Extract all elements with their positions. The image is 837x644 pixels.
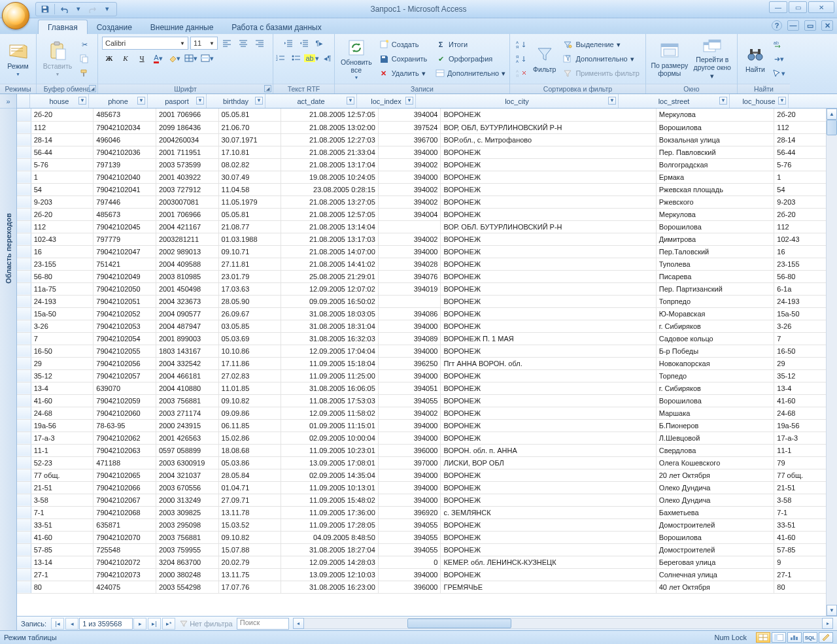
cell[interactable]: Меркулова bbox=[656, 208, 774, 220]
cell[interactable]: 09.09.2005 16:50:02 bbox=[281, 295, 379, 307]
cell[interactable]: 11.01.85 bbox=[218, 382, 281, 394]
cell[interactable]: Пер.Таловский bbox=[656, 245, 774, 258]
tab-external-data[interactable]: Внешние данные bbox=[141, 20, 223, 34]
cell[interactable]: 79042102063 bbox=[94, 444, 156, 456]
cell[interactable]: ВОРОНЕЖ bbox=[441, 394, 656, 407]
cell[interactable]: ЛИСКИ, ВОР ОБЛ bbox=[441, 456, 656, 469]
cell[interactable]: 27.09.71 bbox=[218, 494, 281, 506]
cell[interactable]: Ворошилова bbox=[656, 220, 774, 233]
cell[interactable]: 9-203 bbox=[31, 195, 94, 208]
cell[interactable]: 02.09.2005 14:35:04 bbox=[281, 469, 379, 481]
row-selector[interactable] bbox=[17, 208, 31, 220]
goto-icon[interactable]: ➜▾ bbox=[772, 52, 786, 65]
column-dropdown-icon[interactable]: ▼ bbox=[719, 97, 727, 105]
cell[interactable]: Б-р Победы bbox=[656, 345, 774, 357]
rtl-icon[interactable]: ◂¶ bbox=[320, 52, 335, 65]
cell[interactable]: Бахметьева bbox=[656, 506, 774, 518]
row-selector[interactable] bbox=[17, 394, 31, 407]
cell[interactable]: 11.09.2005 10:23:01 bbox=[281, 444, 379, 456]
cell[interactable]: 2003 727912 bbox=[156, 183, 218, 195]
cell[interactable]: Димитрова bbox=[656, 233, 774, 245]
cell[interactable]: 11.09.2005 15:18:04 bbox=[281, 357, 379, 369]
cell[interactable]: Ворошилова bbox=[656, 394, 774, 407]
row-selector[interactable] bbox=[17, 109, 31, 121]
cell[interactable]: 79042102073 bbox=[94, 568, 156, 581]
help-icon[interactable]: ? bbox=[772, 20, 782, 31]
cell[interactable]: Береговая улица bbox=[656, 556, 774, 568]
row-selector[interactable] bbox=[17, 432, 31, 444]
cell[interactable]: ВОРОНЕЖ bbox=[441, 270, 656, 282]
table-row[interactable]: 54790421020412003 72791211.04.5823.08.20… bbox=[17, 183, 837, 195]
cell[interactable]: 394000 bbox=[378, 419, 441, 432]
hscroll-thumb[interactable] bbox=[407, 619, 511, 628]
cell[interactable]: 2004 410880 bbox=[156, 382, 218, 394]
cell[interactable]: 79042102034 bbox=[94, 121, 156, 133]
cell[interactable]: Писарева bbox=[656, 270, 774, 282]
cell[interactable]: 23-155 bbox=[31, 258, 94, 270]
row-selector[interactable] bbox=[17, 444, 31, 456]
row-selector[interactable] bbox=[17, 407, 31, 419]
cell[interactable]: 27-1 bbox=[31, 568, 94, 581]
cell[interactable]: Топрпедо bbox=[656, 295, 774, 307]
cell[interactable]: 1 bbox=[31, 171, 94, 183]
first-record-button[interactable]: |◂ bbox=[51, 618, 64, 630]
cell[interactable]: г. Сибиряков bbox=[656, 320, 774, 332]
fill-color-icon[interactable]: ▾ bbox=[167, 52, 182, 65]
dropdown-icon[interactable]: ▾ bbox=[73, 4, 84, 14]
row-selector[interactable] bbox=[17, 183, 31, 195]
cell[interactable]: 2003 670556 bbox=[156, 481, 218, 494]
cell[interactable] bbox=[378, 220, 441, 233]
pivot-table-view-icon[interactable] bbox=[772, 632, 786, 643]
cell[interactable]: 24-68 bbox=[31, 407, 94, 419]
row-selector[interactable] bbox=[17, 543, 31, 556]
cell[interactable]: Л.Шевцовой bbox=[656, 432, 774, 444]
cell[interactable]: ВОРОНЕЖ bbox=[441, 481, 656, 494]
increase-indent-icon[interactable] bbox=[297, 37, 311, 50]
cell[interactable]: 635871 bbox=[94, 518, 156, 531]
redo-icon[interactable] bbox=[88, 4, 98, 14]
cell[interactable]: 394055 bbox=[378, 518, 441, 531]
cell[interactable]: 27.11.81 bbox=[218, 258, 281, 270]
cell[interactable]: 15.03.52 bbox=[218, 518, 281, 531]
column-header-birthday[interactable]: birthday▼ bbox=[207, 94, 265, 108]
filter-button[interactable]: Фильтр bbox=[531, 37, 558, 80]
row-selector[interactable] bbox=[17, 233, 31, 245]
sql-view-icon[interactable]: SQL bbox=[803, 632, 817, 643]
cell[interactable]: 394000 bbox=[378, 432, 441, 444]
cell[interactable]: Ермака bbox=[656, 171, 774, 183]
cell[interactable]: 2001 426563 bbox=[156, 432, 218, 444]
cell[interactable]: ВОРОНЕЖ bbox=[441, 494, 656, 506]
cell[interactable]: 2003 756881 bbox=[156, 531, 218, 543]
tab-database-tools[interactable]: Работа с базами данных bbox=[222, 20, 330, 34]
table-row[interactable]: 27-1790421020732000 38024813.11.7513.09.… bbox=[17, 568, 837, 581]
row-selector[interactable] bbox=[17, 295, 31, 307]
cell[interactable]: Домостроителей bbox=[656, 543, 774, 556]
table-row[interactable]: 3-26790421020532004 48794703.05.8531.08.… bbox=[17, 320, 837, 332]
cell[interactable]: 396250 bbox=[378, 357, 441, 369]
save-icon[interactable] bbox=[40, 4, 50, 14]
row-selector[interactable] bbox=[17, 345, 31, 357]
row-selector[interactable] bbox=[17, 531, 31, 543]
cell[interactable]: Пгт АННА ВОРОН. обл. bbox=[441, 357, 656, 369]
row-selector[interactable] bbox=[17, 481, 31, 494]
cell[interactable]: 21.08.2005 12:27:03 bbox=[281, 133, 379, 146]
row-selector[interactable] bbox=[17, 369, 31, 382]
table-row[interactable]: 102-43797779200328121101.03.198821.08.20… bbox=[17, 233, 837, 245]
cell[interactable]: 2004 332542 bbox=[156, 357, 218, 369]
row-selector[interactable] bbox=[17, 133, 31, 146]
cell[interactable]: 11-1 bbox=[31, 444, 94, 456]
row-selector[interactable] bbox=[17, 357, 31, 369]
column-header-loc_house[interactable]: loc_house▼ bbox=[730, 94, 789, 108]
cell[interactable]: 40 лет Октября bbox=[656, 581, 774, 593]
record-position[interactable]: 1 из 359568 bbox=[79, 618, 133, 630]
row-selector[interactable] bbox=[17, 195, 31, 208]
cell[interactable]: 11.09.2005 11:25:00 bbox=[281, 369, 379, 382]
cell[interactable]: 16 bbox=[31, 245, 94, 258]
cell[interactable]: 12.09.2005 14:28:03 bbox=[281, 556, 379, 568]
sort-asc-icon[interactable]: АЯ bbox=[514, 38, 528, 51]
cell[interactable]: 11.09.2005 10:13:01 bbox=[281, 481, 379, 494]
cell[interactable]: Меркулова bbox=[656, 109, 774, 121]
cell[interactable]: 21-51 bbox=[31, 481, 94, 494]
cell[interactable]: ВОРОНЕЖ bbox=[441, 432, 656, 444]
row-selector[interactable] bbox=[17, 307, 31, 320]
